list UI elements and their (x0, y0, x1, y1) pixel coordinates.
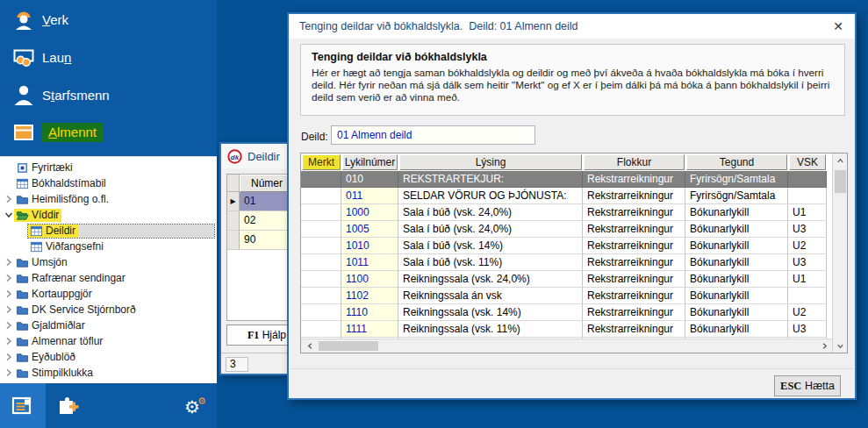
tree-item-dk-service-stjórnborð[interactable]: DK Service Stjórnborð (0, 302, 217, 317)
deildir-window-title: Deildir (247, 150, 280, 163)
cell-merkt (301, 271, 341, 288)
menu-item-laun[interactable]: Laun (0, 41, 217, 73)
collapse-icon[interactable] (4, 210, 14, 220)
tree-item-bókhaldstímabil[interactable]: Bókhaldstímabil (0, 175, 217, 191)
expand-icon[interactable] (4, 352, 14, 362)
expand-icon[interactable] (4, 257, 14, 268)
cell-lykilnumer: 011 (341, 188, 398, 204)
deildir-column-numer[interactable]: Númer (240, 175, 294, 192)
tree-item-label: Rafrænar sendingar (32, 272, 128, 284)
deild-field[interactable]: 01 Almenn deild (331, 125, 535, 145)
account-row[interactable]: 1102Reikningssala án vskRekstrarreikning… (301, 288, 827, 304)
account-row[interactable]: 1110Reikningssala (vsk. 14%)Rekstrarreik… (301, 304, 827, 321)
vertical-scrollbar[interactable] (832, 153, 847, 353)
tree-item-stimpilklukka[interactable]: Stimpilklukka (0, 365, 217, 381)
tree-item-eyðublöð[interactable]: Eyðublöð (0, 349, 217, 365)
tree-spacer (18, 241, 28, 252)
tree-item-gjaldmiðlar[interactable]: Gjaldmiðlar (0, 317, 217, 333)
expand-icon[interactable] (4, 336, 14, 346)
account-row[interactable]: 1000Sala í búð (vsk. 24,0%)Rekstrarreikn… (301, 204, 827, 221)
tree-item-deildir[interactable]: Deildir (0, 223, 217, 239)
account-row[interactable]: 1005Sala í búð (vsk. 24,0%)Rekstrarreikn… (301, 221, 827, 238)
folder-icon (16, 335, 29, 348)
tree-spacer (4, 162, 14, 173)
menu-item-starfsmenn[interactable]: Starfsmenn (0, 79, 217, 111)
folder-icon (16, 256, 29, 269)
tree-item-content: Bókhaldstímabil (14, 177, 109, 190)
menu-item-verk[interactable]: Verk (0, 4, 217, 35)
cell-flokkur: Rekstrarreikningur (583, 254, 685, 271)
close-icon[interactable]: ✕ (829, 18, 847, 35)
tree-item-content: Heimilisföng o.fl. (14, 193, 111, 206)
cell-merkt (301, 204, 341, 221)
tree-item-rafrænar-sendingar[interactable]: Rafrænar sendingar (0, 270, 217, 286)
account-row[interactable]: 011SELDAR VÖRUR OG ÞJÓNUSTA:Rekstrarreik… (301, 188, 827, 204)
dk-logo-icon: dk (227, 149, 242, 164)
column-header-merkt[interactable]: Merkt (302, 154, 341, 170)
tree-item-kortauppgjör[interactable]: Kortauppgjör (0, 286, 217, 302)
cell-tegund: Bókunarlykill (685, 271, 788, 288)
sidebar: VerkLaunStarfsmennAlmennt FyrirtækiBókha… (0, 0, 217, 428)
forms-button[interactable] (0, 383, 46, 428)
cell-lysing: Reikningssala (vsk. 24,0%) (398, 271, 583, 288)
deildir-row-number: 02 (240, 211, 294, 231)
account-row[interactable]: 1010Sala í búð (vsk. 14%)Rekstrarreiknin… (301, 238, 827, 254)
tree-item-almennar-töflur[interactable]: Almennar töflur (0, 333, 217, 349)
cell-lykilnumer: 1100 (341, 271, 398, 288)
scroll-left-icon[interactable] (303, 339, 317, 353)
settings-button[interactable]: ⚙⚙ (172, 383, 218, 428)
info-heading: Tenging deildar við bókhaldslykla (312, 51, 487, 63)
column-header-lýsing[interactable]: Lýsing (399, 154, 582, 170)
tree-item-content: Eyðublöð (14, 351, 78, 364)
money-icon (12, 46, 35, 68)
column-header-vsk[interactable]: VSK (789, 154, 826, 170)
tree-item-label: Bókhaldstímabil (32, 177, 109, 189)
dialog-titlebar[interactable]: Tenging deildar við bókhaldslykla. Deild… (289, 14, 855, 39)
scroll-right-icon[interactable] (817, 339, 831, 353)
tree-item-viðfangsefni[interactable]: Viðfangsefni (0, 239, 217, 254)
column-header-lykilnúmer[interactable]: Lykilnúmer (342, 154, 398, 170)
svg-text:⚙: ⚙ (197, 396, 206, 406)
cell-vsk: U3 (788, 254, 827, 271)
account-row[interactable]: 1011Sala í búð (vsk. 11%)Rekstrarreiknin… (301, 254, 827, 271)
tree-item-heimilisföng-o-fl-[interactable]: Heimilisföng o.fl. (0, 191, 217, 207)
folder-icon (16, 319, 29, 332)
account-row[interactable]: 1100Reikningssala (vsk. 24,0%)Rekstrarre… (301, 271, 827, 288)
cell-merkt (301, 304, 341, 321)
expand-icon[interactable] (4, 273, 14, 283)
expand-icon[interactable] (4, 194, 14, 204)
cancel-button[interactable]: ESC Hætta (774, 375, 841, 396)
account-row[interactable]: 010REKSTRARTEKJUR:RekstrarreikningurFyri… (301, 171, 827, 188)
expand-icon[interactable] (4, 320, 14, 331)
help-button-label: Hjálp (262, 329, 286, 341)
menu-item-almennt[interactable]: Almennt (0, 117, 217, 148)
expand-icon[interactable] (4, 289, 14, 299)
horizontal-scrollbar[interactable] (301, 339, 833, 353)
cell-vsk: U3 (788, 321, 827, 338)
svg-text:dk: dk (231, 153, 240, 160)
account-row[interactable]: 1111Reikningssala (vsk. 11%)Rekstrarreik… (301, 321, 827, 338)
tree-item-fyrirtæki[interactable]: Fyrirtæki (0, 160, 217, 175)
scroll-up-icon[interactable] (833, 153, 848, 168)
cell-merkt (301, 171, 341, 188)
modules-button[interactable] (46, 383, 91, 428)
tree-item-víddir[interactable]: Víddir (0, 207, 217, 223)
column-header-tegund[interactable]: Tegund (686, 154, 787, 170)
cell-lysing: REKSTRARTEKJUR: (398, 171, 583, 188)
horizontal-scroll-thumb[interactable] (319, 341, 378, 351)
cell-merkt (301, 288, 341, 304)
expand-icon[interactable] (4, 367, 14, 378)
menu-item-label: Starfsmenn (42, 88, 110, 103)
application-window: VerkLaunStarfsmennAlmennt FyrirtækiBókha… (0, 0, 868, 428)
cell-merkt (301, 221, 341, 238)
column-header-flokkur[interactable]: Flokkur (584, 154, 685, 170)
row-selector (227, 211, 240, 231)
cell-flokkur: Rekstrarreikningur (583, 288, 685, 304)
vertical-scroll-thumb[interactable] (835, 170, 846, 193)
cell-merkt (301, 254, 341, 271)
scroll-down-icon[interactable] (833, 339, 848, 353)
expand-icon[interactable] (4, 304, 14, 315)
cell-flokkur: Rekstrarreikningur (583, 188, 685, 204)
dialog-separator (291, 368, 853, 369)
tree-item-umsjón[interactable]: Umsjón (0, 254, 217, 270)
